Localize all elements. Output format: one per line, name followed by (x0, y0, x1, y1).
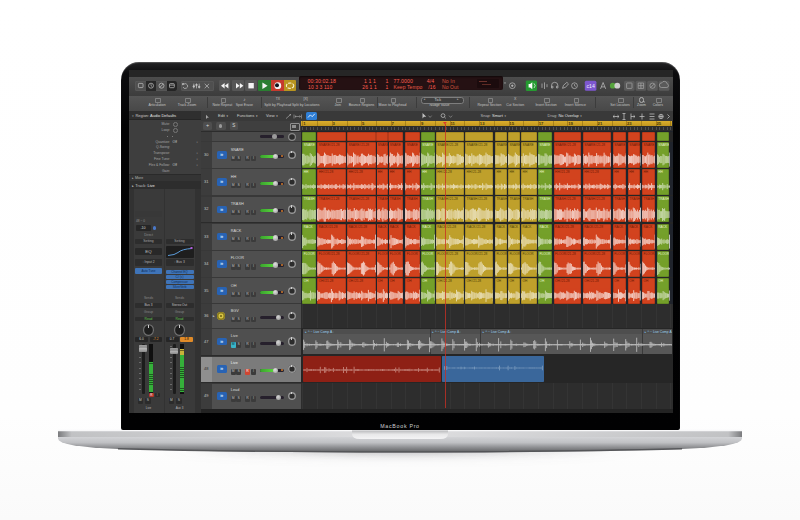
svg-text:c14: c14 (586, 83, 594, 89)
